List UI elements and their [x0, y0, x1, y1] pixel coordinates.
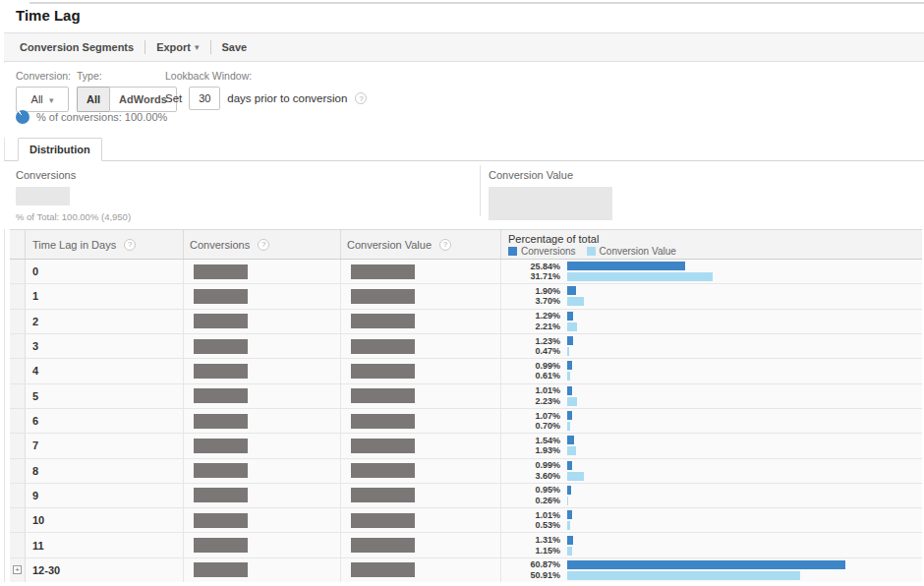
time-lag-cell: 9: [26, 484, 184, 507]
conversions-cell: [184, 508, 341, 532]
conversions-cell: [184, 260, 341, 283]
table-row[interactable]: 21.29%2.21%: [10, 310, 922, 334]
time-lag-value: 11: [32, 540, 44, 552]
conversion-value-percentage-label: 0.70%: [501, 421, 560, 432]
percentage-labels: 1.31%1.15%: [501, 535, 560, 556]
conversion-value-redacted: [351, 364, 415, 379]
conversion-dropdown[interactable]: All ▾: [16, 87, 69, 112]
conversions-bar: [567, 436, 574, 444]
conversion-value-percentage-label: 1.15%: [501, 546, 560, 557]
conversions-value-redacted: [194, 289, 248, 304]
expand-cell: [10, 260, 26, 283]
time-lag-value: 4: [32, 365, 38, 377]
conversion-value-cell: [341, 558, 501, 582]
type-control: Type: All AdWords: [77, 70, 177, 112]
percentage-labels: 0.95%0.26%: [501, 485, 560, 505]
help-icon[interactable]: ?: [355, 92, 367, 104]
conversion-value-redacted: [351, 439, 415, 453]
percentage-cell: 0.95%0.26%: [501, 484, 922, 507]
table-row[interactable]: 61.07%0.70%: [10, 409, 922, 434]
page-title: Time Lag: [16, 7, 81, 24]
table-row[interactable]: 025.84%31.71%: [10, 260, 922, 284]
conversion-value-bar: [567, 297, 584, 306]
set-label: Set: [165, 92, 182, 104]
chevron-down-icon: ▾: [49, 95, 54, 105]
top-divider: [29, 2, 924, 4]
conversion-value-cell: [341, 533, 501, 557]
conversions-value-redacted: [194, 388, 248, 403]
conversion-value-percentage-label: 3.60%: [501, 471, 560, 482]
conversion-value-percentage-label: 2.23%: [501, 396, 560, 407]
table-row[interactable]: 51.01%2.23%: [10, 384, 922, 409]
conversion-value-percentage-label: 0.53%: [501, 520, 560, 531]
table-row[interactable]: 11.90%3.70%: [10, 284, 922, 309]
table-row[interactable]: +12-3060.87%50.91%: [10, 558, 922, 582]
expand-icon[interactable]: +: [13, 565, 22, 574]
conversion-value-cell: [341, 434, 501, 457]
percentage-cell: 25.84%31.71%: [501, 260, 922, 283]
conversion-value-percentage-label: 0.47%: [501, 346, 560, 357]
conversions-cell: [184, 533, 341, 557]
conversions-column-header[interactable]: Conversions ?: [184, 230, 341, 259]
table-row[interactable]: 40.99%0.61%: [10, 359, 922, 383]
table-row[interactable]: 71.54%1.93%: [10, 434, 922, 458]
conversion-control: Conversion: All ▾: [16, 70, 71, 112]
conversions-percentage-label: 1.90%: [501, 286, 560, 297]
lookback-row: Set days prior to conversion ?: [165, 87, 367, 110]
conversions-percentage-label: 1.54%: [501, 436, 560, 446]
time-lag-cell: 6: [26, 409, 184, 433]
percent-of-conversions: % of conversions: 100.00%: [16, 110, 167, 124]
tab-distribution[interactable]: Distribution: [18, 138, 102, 161]
table-row[interactable]: 31.23%0.47%: [10, 334, 922, 359]
time-lag-cell: 1: [26, 284, 184, 308]
table-row[interactable]: 80.99%3.60%: [10, 459, 922, 484]
time-lag-value: 2: [32, 316, 38, 327]
conversion-value-cell: [341, 409, 501, 433]
conversion-value-percentage-label: 3.70%: [501, 296, 560, 307]
conversions-legend-label: Conversions: [521, 246, 576, 257]
conversion-value-redacted: [351, 388, 415, 403]
export-button[interactable]: Export ▾: [152, 41, 202, 53]
percentage-bars: [567, 262, 713, 281]
percentage-bars: [567, 411, 572, 431]
percentage-labels: 25.84%31.71%: [501, 262, 560, 282]
percentage-cell: 0.99%0.61%: [501, 359, 922, 382]
percentage-labels: 60.87%50.91%: [501, 559, 560, 580]
conversion-value-bar: [567, 547, 572, 556]
conversion-value-bar: [567, 472, 584, 481]
expand-cell: [10, 533, 26, 557]
conversions-value-redacted: [194, 339, 248, 354]
percentage-labels: 1.07%0.70%: [501, 411, 560, 432]
time-lag-column-header[interactable]: Time Lag in Days ?: [26, 230, 184, 259]
percentage-cell: 1.54%1.93%: [501, 434, 922, 457]
conversions-percentage-label: 1.01%: [501, 510, 560, 521]
table-row[interactable]: 101.01%0.53%: [10, 508, 922, 533]
conversion-value-column-header[interactable]: Conversion Value ?: [341, 230, 501, 259]
expand-cell: [10, 484, 26, 507]
expand-cell: [10, 284, 26, 308]
conversions-value-redacted: [194, 439, 248, 453]
time-lag-cell: 7: [26, 434, 184, 457]
conversion-value-metric-redacted: [489, 187, 612, 220]
help-icon[interactable]: ?: [124, 239, 136, 251]
percentage-bars: [567, 336, 573, 356]
save-button[interactable]: Save: [218, 41, 252, 53]
percentage-cell: 1.31%1.15%: [501, 533, 922, 557]
table-row[interactable]: 90.95%0.26%: [10, 484, 922, 508]
conversions-bar: [567, 286, 576, 295]
conversion-value-bar: [567, 372, 570, 381]
conversion-value-cell: [341, 459, 501, 483]
conversion-segments-button[interactable]: Conversion Segments: [16, 41, 138, 53]
conversions-value-redacted: [194, 463, 248, 478]
lookback-days-input[interactable]: [189, 87, 220, 110]
help-icon[interactable]: ?: [439, 239, 451, 251]
lookback-suffix-label: days prior to conversion: [227, 92, 347, 104]
table-row[interactable]: 111.31%1.15%: [10, 533, 922, 557]
conversion-value-bar: [567, 322, 577, 331]
type-all-button[interactable]: All: [77, 87, 109, 112]
report-toolbar: Conversion Segments Export ▾ Save: [4, 32, 924, 62]
help-icon[interactable]: ?: [258, 239, 269, 251]
conversions-bar: [567, 461, 572, 470]
expand-cell: [10, 359, 26, 382]
time-lag-column-label: Time Lag in Days: [32, 239, 116, 251]
